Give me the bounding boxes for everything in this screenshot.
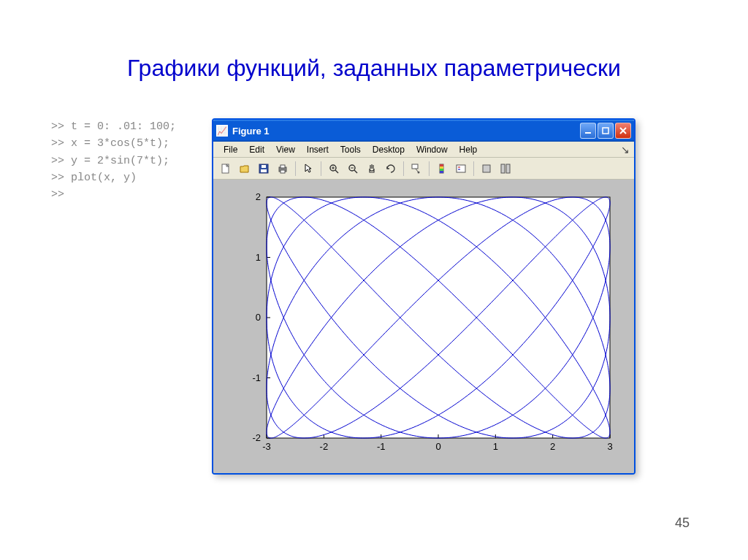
open-icon[interactable]: [237, 161, 253, 177]
print-icon[interactable]: [275, 161, 291, 177]
svg-text:-2: -2: [320, 441, 329, 452]
svg-line-12: [335, 170, 338, 173]
svg-rect-25: [440, 171, 443, 173]
show-plot-tools-icon[interactable]: [497, 161, 514, 177]
svg-line-16: [354, 170, 357, 173]
svg-rect-18: [412, 164, 418, 169]
svg-rect-1: [603, 128, 608, 134]
separator: [473, 161, 474, 176]
menu-help[interactable]: Help: [454, 143, 484, 156]
svg-rect-30: [501, 164, 505, 173]
toolbar: [213, 158, 634, 180]
svg-text:0: 0: [256, 312, 261, 323]
svg-text:-1: -1: [377, 441, 386, 452]
svg-rect-6: [261, 169, 267, 172]
separator: [429, 161, 430, 176]
svg-rect-31: [506, 164, 510, 173]
legend-icon[interactable]: [453, 161, 469, 177]
content-row: >> t = 0: .01: 100; >> x = 3*cos(5*t); >…: [0, 118, 748, 475]
svg-rect-0: [585, 132, 591, 134]
separator: [403, 161, 404, 176]
separator: [321, 161, 321, 176]
plot-canvas[interactable]: -3-2-10123-2-1012: [226, 190, 621, 460]
svg-rect-22: [440, 164, 443, 166]
close-button[interactable]: [615, 123, 631, 139]
zoom-in-icon[interactable]: [326, 161, 342, 177]
svg-rect-26: [457, 165, 465, 172]
svg-text:-2: -2: [252, 432, 261, 443]
menu-view[interactable]: View: [270, 143, 301, 156]
zoom-out-icon[interactable]: [345, 161, 361, 177]
separator: [295, 161, 296, 176]
svg-rect-10: [280, 170, 285, 173]
titlebar[interactable]: 📈 Figure 1: [213, 120, 634, 142]
svg-text:-1: -1: [252, 372, 261, 383]
svg-point-20: [418, 171, 420, 173]
menu-desktop[interactable]: Desktop: [367, 143, 411, 156]
plot-area: -3-2-10123-2-1012: [213, 180, 634, 473]
rotate-icon[interactable]: [383, 161, 399, 177]
svg-text:2: 2: [256, 191, 261, 202]
svg-rect-7: [262, 165, 266, 168]
menu-insert[interactable]: Insert: [301, 143, 335, 156]
svg-text:0: 0: [435, 441, 440, 452]
svg-text:-3: -3: [262, 441, 271, 452]
menu-window[interactable]: Window: [411, 143, 454, 156]
svg-line-19: [416, 169, 418, 172]
svg-rect-24: [440, 169, 443, 171]
svg-text:3: 3: [607, 441, 612, 452]
menu-edit[interactable]: Edit: [243, 143, 270, 156]
menubar: FileEditViewInsertToolsDesktopWindowHelp…: [213, 142, 634, 158]
pan-icon[interactable]: [364, 161, 380, 177]
svg-rect-23: [440, 166, 443, 169]
dock-icon[interactable]: ↘: [621, 144, 630, 156]
minimize-button[interactable]: [580, 123, 596, 139]
matlab-icon: 📈: [216, 125, 228, 137]
svg-text:1: 1: [493, 441, 498, 452]
code-block: >> t = 0: .01: 100; >> x = 3*cos(5*t); >…: [51, 118, 212, 203]
figure-window: 📈 Figure 1 FileEditViewInsertToolsDeskto…: [212, 118, 636, 475]
new-icon[interactable]: [218, 161, 234, 177]
save-icon[interactable]: [256, 161, 272, 177]
svg-text:1: 1: [256, 252, 261, 263]
window-title: Figure 1: [232, 126, 579, 137]
pointer-icon[interactable]: [300, 161, 316, 177]
slide-title: Графики функций, заданных параметрически: [0, 0, 748, 118]
maximize-button[interactable]: [598, 123, 614, 139]
svg-rect-29: [483, 165, 490, 172]
datacursor-icon[interactable]: [408, 161, 424, 177]
menu-file[interactable]: File: [218, 143, 243, 156]
hide-plot-tools-icon[interactable]: [478, 161, 495, 177]
svg-text:2: 2: [550, 441, 555, 452]
page-number: 45: [675, 515, 690, 531]
colorbar-icon[interactable]: [434, 161, 450, 177]
menu-tools[interactable]: Tools: [335, 143, 367, 156]
svg-rect-9: [280, 165, 285, 168]
